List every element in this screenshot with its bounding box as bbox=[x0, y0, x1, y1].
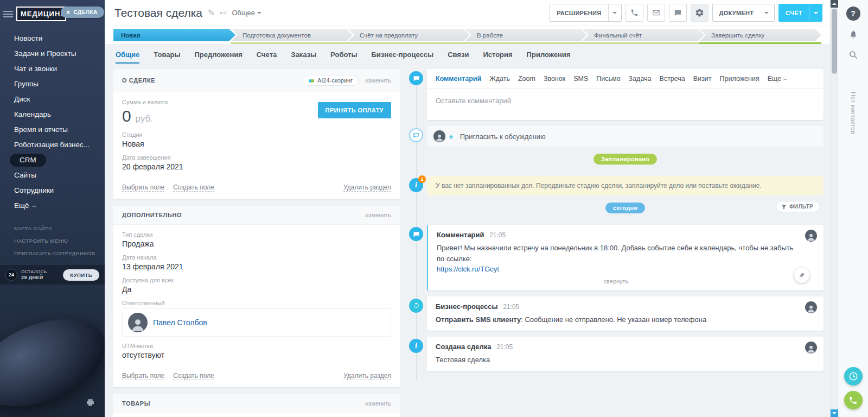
select-field-link[interactable]: Выбрать поле bbox=[122, 372, 164, 380]
history-clock-icon[interactable] bbox=[844, 367, 863, 386]
tab-relations[interactable]: Связи bbox=[448, 50, 469, 64]
bell-icon[interactable] bbox=[848, 29, 858, 41]
ttab-zoom[interactable]: Zoom bbox=[518, 75, 535, 83]
collapse-link[interactable]: свернуть bbox=[437, 278, 795, 285]
responsible-name-link[interactable]: Павел Столбов bbox=[153, 318, 207, 327]
create-field-link[interactable]: Создать поле bbox=[173, 184, 214, 192]
comment-input[interactable]: Оставьте комментарий bbox=[427, 89, 824, 120]
sidebar-item-more[interactable]: Ещё bbox=[0, 198, 105, 213]
sidebar-item-rpa[interactable]: Роботизация бизнес... bbox=[0, 137, 105, 153]
ttab-applications[interactable]: Приложения bbox=[720, 75, 760, 83]
call-button[interactable] bbox=[626, 4, 643, 22]
link-icon[interactable] bbox=[219, 9, 227, 17]
phone-call-icon[interactable] bbox=[844, 391, 863, 409]
search-icon[interactable] bbox=[848, 50, 858, 62]
invoice-dropdown[interactable] bbox=[809, 4, 822, 21]
tab-robots[interactable]: Роботы bbox=[330, 50, 357, 64]
stage-in-progress[interactable]: В работе bbox=[465, 29, 587, 44]
help-icon[interactable]: ? bbox=[846, 7, 860, 21]
chat-button[interactable] bbox=[669, 4, 687, 22]
pipeline-selector[interactable]: Общее bbox=[232, 9, 261, 17]
timeline-entry-card[interactable]: Создана сделка 21:05 Тестовая сделка bbox=[427, 337, 824, 371]
entry-link[interactable]: https://clck.ru/TGcyt bbox=[437, 265, 499, 273]
tab-orders[interactable]: Заказы bbox=[291, 50, 316, 64]
printer-icon[interactable] bbox=[86, 398, 95, 409]
no-contacts-label[interactable]: Нет контактов bbox=[850, 92, 857, 134]
deal-type-field[interactable]: Тип сделки Продажа bbox=[122, 231, 391, 248]
accept-payment-button[interactable]: ПРИНЯТЬ ОПЛАТУ bbox=[318, 102, 391, 118]
sidebar-item-crm[interactable]: CRM bbox=[0, 153, 105, 168]
sidebar-item-news[interactable]: Новости bbox=[0, 31, 105, 46]
tab-general[interactable]: Общие bbox=[116, 50, 139, 64]
tab-history[interactable]: История bbox=[483, 50, 512, 64]
sidebar-item-drive[interactable]: Диск bbox=[0, 92, 105, 107]
select-field-link[interactable]: Выбрать поле bbox=[122, 184, 164, 192]
stage-prepayment-invoice[interactable]: Счёт на предоплату bbox=[348, 29, 470, 44]
ttab-task[interactable]: Задача bbox=[629, 75, 652, 83]
ttab-visit[interactable]: Визит bbox=[693, 75, 712, 83]
company-logo[interactable]: МЕДИЦИНА bbox=[16, 7, 66, 21]
tab-quotes[interactable]: Предложения bbox=[195, 50, 242, 64]
ttab-call[interactable]: Звонок bbox=[544, 75, 565, 83]
extensions-button[interactable]: РАСШИРЕНИЯ bbox=[550, 4, 621, 22]
sidebar-item-employees[interactable]: Сотрудники bbox=[0, 183, 105, 198]
start-date-field[interactable]: Дата начала 13 февраля 2021 bbox=[122, 254, 391, 271]
create-field-link[interactable]: Создать поле bbox=[173, 372, 214, 380]
pin-icon[interactable] bbox=[794, 268, 809, 283]
stage-new[interactable]: Новая bbox=[113, 29, 235, 44]
ttab-wait[interactable]: Ждать bbox=[489, 75, 510, 83]
edit-section-link[interactable]: изменить bbox=[365, 77, 391, 84]
filter-button[interactable]: ФИЛЬТР bbox=[776, 201, 820, 212]
tab-products[interactable]: Товары bbox=[154, 50, 180, 64]
sidebar-item-chat[interactable]: Чат и звонки bbox=[0, 61, 105, 77]
available-to-all-field[interactable]: Доступна для всех Да bbox=[122, 277, 391, 294]
scrollbar-thumb[interactable] bbox=[832, 9, 837, 74]
tab-applications[interactable]: Приложения bbox=[527, 50, 571, 64]
ttab-comment[interactable]: Комментарий bbox=[436, 75, 481, 83]
edit-title-icon[interactable]: ✎ bbox=[208, 8, 215, 18]
add-participant-icon[interactable]: + bbox=[449, 132, 454, 141]
ttab-sms[interactable]: SMS bbox=[573, 75, 588, 83]
delete-section-link[interactable]: Удалить раздел bbox=[343, 372, 391, 380]
sidebar-item-tasks[interactable]: Задачи и Проекты bbox=[0, 46, 105, 61]
timeline-entry-card[interactable]: Бизнес-процессы 21:05 Отправить SMS клие… bbox=[427, 296, 824, 331]
scroll-down-arrow[interactable] bbox=[831, 409, 838, 417]
edit-section-link[interactable]: изменить bbox=[365, 400, 391, 407]
open-deal-tab[interactable]: × СДЕЛКА bbox=[61, 7, 104, 18]
timeline-entry-card[interactable]: Комментарий 21:05 Привет! Мы назначили в… bbox=[427, 225, 824, 290]
sidebar-item-calendar[interactable]: Календарь bbox=[0, 107, 105, 122]
end-date-field[interactable]: Дата завершения 20 февраля 2021 bbox=[122, 154, 391, 171]
ttab-more[interactable]: Еще bbox=[768, 75, 787, 83]
ai-scoring-badge[interactable]: AI24-скоринг bbox=[303, 75, 359, 86]
delete-section-link[interactable]: Удалить раздел bbox=[343, 184, 391, 192]
edit-section-link[interactable]: изменить bbox=[365, 212, 391, 218]
stage-close-deal[interactable]: Завершить сделку bbox=[699, 29, 821, 44]
extensions-dropdown[interactable] bbox=[608, 4, 621, 21]
hamburger-icon[interactable] bbox=[3, 9, 13, 19]
ttab-letter[interactable]: Письмо bbox=[596, 75, 620, 83]
stage-final-invoice[interactable]: Финальный счёт bbox=[582, 29, 704, 44]
ttab-meeting[interactable]: Встреча bbox=[660, 75, 685, 83]
buy-button[interactable]: КУПИТЬ bbox=[63, 269, 99, 281]
vertical-scrollbar[interactable] bbox=[830, 0, 838, 417]
responsible-user[interactable]: Павел Столбов bbox=[122, 308, 391, 337]
scroll-up-arrow[interactable] bbox=[831, 0, 838, 8]
close-icon[interactable]: × bbox=[66, 10, 71, 15]
deal-sum-value[interactable]: 0 руб. bbox=[122, 107, 168, 125]
sidebar-item-time-reports[interactable]: Время и отчеты bbox=[0, 122, 105, 137]
configure-menu-link[interactable]: НАСТРОИТЬ МЕНЮ bbox=[0, 235, 105, 247]
invoice-button[interactable]: СЧЁТ bbox=[778, 4, 822, 22]
document-button[interactable]: ДОКУМЕНТ bbox=[712, 4, 775, 22]
settings-gear-icon[interactable] bbox=[691, 4, 709, 22]
stage-document-preparation[interactable]: Подготовка документов bbox=[231, 29, 353, 44]
invite-employees-link[interactable]: ПРИГЛАСИТЬ СОТРУДНИКОВ bbox=[0, 247, 105, 260]
tab-invoices[interactable]: Счета bbox=[257, 50, 277, 64]
stage-field[interactable]: Стадия Новая bbox=[122, 131, 391, 148]
email-button[interactable] bbox=[647, 4, 665, 22]
invite-to-discussion[interactable]: + Пригласить к обсуждению bbox=[427, 126, 824, 147]
tab-business-processes[interactable]: Бизнес-процессы bbox=[372, 50, 434, 64]
utm-field[interactable]: UTM-метки отсутствуют bbox=[122, 343, 391, 359]
sitemap-link[interactable]: КАРТА САЙТА bbox=[0, 222, 105, 235]
sidebar-item-sites[interactable]: Сайты bbox=[0, 168, 105, 183]
sidebar-item-groups[interactable]: Группы bbox=[0, 77, 105, 92]
